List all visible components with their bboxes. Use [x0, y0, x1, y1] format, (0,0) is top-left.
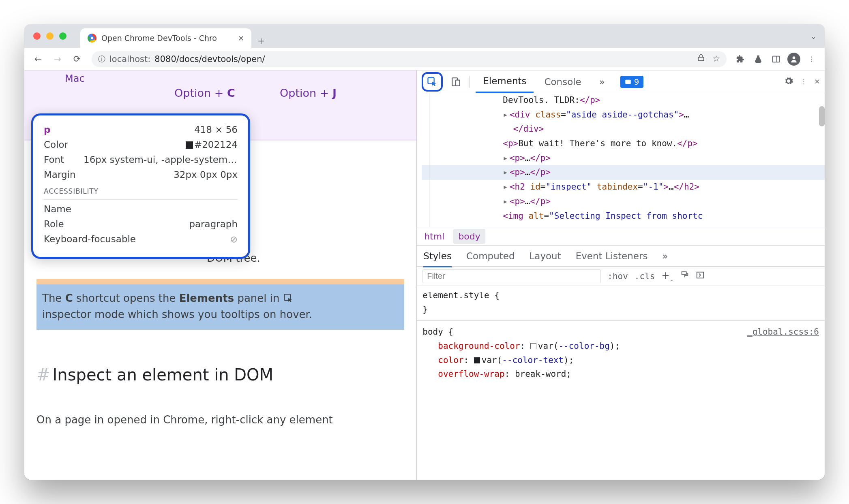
window-controls [33, 32, 66, 40]
selected-dom-node[interactable]: ▸<p>…</p> [422, 165, 825, 180]
tooltip-margin-label: Margin [44, 169, 76, 180]
new-tab-button[interactable]: ＋ [251, 34, 271, 48]
profile-avatar[interactable] [787, 52, 801, 66]
tooltip-name-label: Name [44, 204, 71, 214]
tooltip-font-label: Font [44, 154, 64, 165]
section-heading: #Inspect an element in DOM [36, 362, 404, 387]
share-icon[interactable] [697, 54, 705, 64]
side-panel-icon[interactable] [769, 52, 783, 66]
minimize-window-button[interactable] [46, 32, 54, 40]
tooltip-color-label: Color [44, 139, 68, 150]
tab-console[interactable]: Console [537, 70, 588, 93]
tab-layout[interactable]: Layout [530, 251, 561, 261]
tab-elements[interactable]: Elements [476, 70, 534, 93]
address-bar[interactable]: ⓘ localhost:8080/docs/devtools/open/ ☆ [92, 51, 727, 67]
url-host: localhost: [109, 54, 150, 64]
devtools-close-icon[interactable]: ✕ [815, 78, 820, 85]
tooltip-element-tag: p [44, 124, 50, 135]
crumb-body[interactable]: body [453, 229, 485, 244]
tab-title: Open Chrome DevTools - Chro [101, 34, 217, 43]
os-label: Mac [65, 73, 85, 84]
titlebar: Open Chrome DevTools - Chro ✕ ＋ ⌄ [24, 24, 825, 48]
hov-toggle[interactable]: :hov [607, 271, 628, 281]
browser-tab[interactable]: Open Chrome DevTools - Chro ✕ [80, 28, 251, 48]
anchor-hash-icon[interactable]: # [36, 365, 50, 384]
tab-list-chevron-icon[interactable]: ⌄ [810, 32, 817, 41]
reload-button[interactable]: ⟳ [69, 51, 85, 67]
highlighted-paragraph: The C shortcut opens the Elements panel … [36, 284, 404, 330]
crumb-html[interactable]: html [424, 231, 444, 241]
tooltip-color-value: #202124 [186, 139, 238, 150]
page-content: Mac Option + C Option + J panel and DOM … [24, 70, 416, 480]
inspect-element-button[interactable] [422, 72, 443, 92]
back-button[interactable]: ← [30, 51, 46, 67]
tabs-overflow-icon[interactable]: » [592, 70, 612, 93]
svg-rect-6 [456, 80, 460, 85]
styles-rules[interactable]: element.style { } body {_global.scss:6 b… [417, 286, 825, 480]
browser-window: Open Chrome DevTools - Chro ✕ ＋ ⌄ ← → ⟳ … [24, 24, 825, 480]
svg-rect-8 [682, 272, 686, 275]
tooltip-role-value: paragraph [189, 219, 238, 229]
styles-filter-input[interactable] [422, 269, 601, 283]
bookmark-star-icon[interactable]: ☆ [712, 54, 720, 64]
settings-gear-icon[interactable] [784, 76, 793, 88]
tab-styles[interactable]: Styles [423, 251, 452, 267]
color-swatch-empty-icon[interactable] [530, 343, 536, 349]
tooltip-dimensions: 418 × 56 [194, 124, 238, 135]
tooltip-keyboard-focusable-label: Keyboard-focusable [44, 234, 136, 244]
computed-sidebar-icon[interactable] [696, 271, 705, 282]
new-style-rule-icon[interactable]: +⌄ [661, 270, 673, 282]
dom-tree[interactable]: DevTools. TLDR:</p> ▸<div class="aside a… [417, 93, 825, 227]
color-swatch-icon [186, 141, 193, 149]
styles-tabbar: Styles Computed Layout Event Listeners » [417, 246, 825, 267]
shortcut-option-c: Option + C [174, 87, 235, 99]
inspect-inline-icon [283, 292, 294, 302]
tooltip-margin-value: 32px 0px 0px [174, 169, 238, 180]
styles-filter-row: :hov .cls +⌄ [417, 267, 825, 286]
site-info-icon[interactable]: ⓘ [98, 54, 105, 64]
tab-computed[interactable]: Computed [466, 251, 515, 261]
shortcut-option-j: Option + J [280, 87, 337, 99]
cls-toggle[interactable]: .cls [635, 271, 655, 281]
url-path: 8080/docs/devtools/open/ [154, 54, 265, 64]
color-swatch-fill-icon[interactable] [474, 357, 480, 363]
svg-rect-7 [625, 79, 631, 84]
close-window-button[interactable] [33, 32, 41, 40]
chrome-favicon-icon [88, 34, 96, 43]
tooltip-role-label: Role [44, 219, 64, 229]
svg-point-2 [793, 56, 795, 59]
highlighted-paragraph-margin: The C shortcut opens the Elements panel … [36, 279, 404, 330]
forward-button[interactable]: → [49, 51, 66, 67]
maximize-window-button[interactable] [59, 32, 66, 40]
svg-rect-0 [773, 56, 780, 62]
tooltip-font-value: 16px system-ui, -apple-system, "syste… [84, 154, 238, 165]
extensions-icon[interactable] [733, 52, 748, 66]
tooltip-a11y-header: ACCESSIBILITY [44, 187, 238, 195]
body-paragraph: On a page in opened in Chrome, right-cli… [36, 412, 404, 428]
styles-tabs-overflow-icon[interactable]: » [662, 251, 668, 261]
inspect-tooltip: p418 × 56 Color#202124 Font16px system-u… [31, 113, 250, 259]
devtools-kebab-icon[interactable]: ⋮ [801, 78, 807, 85]
kebab-menu-icon[interactable]: ⋮ [804, 52, 819, 66]
devtools-panel: Elements Console » 9 ⋮ ✕ DevTools. TLDR:… [416, 70, 825, 480]
not-focusable-icon: ⊘ [230, 234, 238, 244]
source-link[interactable]: _global.scss:6 [747, 325, 819, 339]
scrollbar-thumb[interactable] [819, 106, 825, 126]
close-tab-icon[interactable]: ✕ [238, 34, 244, 43]
devtools-tabbar: Elements Console » 9 ⋮ ✕ [417, 70, 825, 93]
toolbar: ← → ⟳ ⓘ localhost:8080/docs/devtools/ope… [24, 48, 825, 70]
labs-icon[interactable] [751, 52, 765, 66]
issues-badge[interactable]: 9 [620, 76, 643, 88]
dom-breadcrumbs: html body [417, 227, 825, 246]
device-toolbar-button[interactable] [448, 77, 464, 87]
tab-event-listeners[interactable]: Event Listeners [576, 251, 648, 261]
paint-icon[interactable] [680, 271, 689, 282]
